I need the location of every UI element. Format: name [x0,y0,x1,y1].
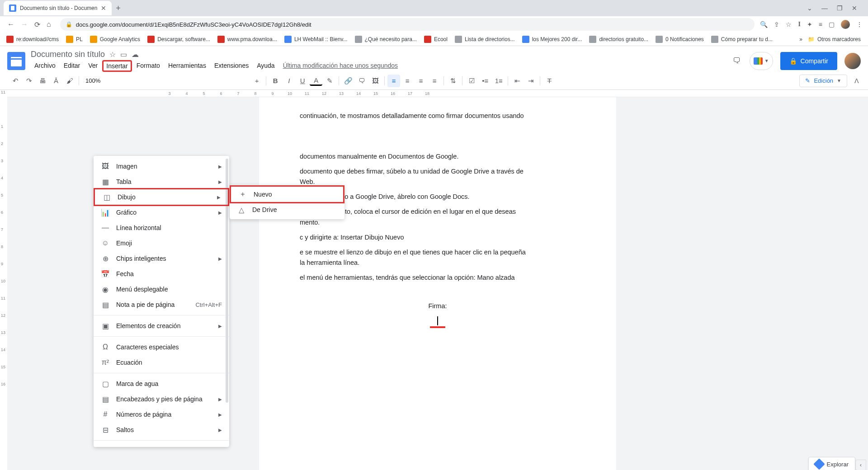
bookmark-item[interactable]: 0 Notificaciones [653,34,707,45]
zoom-icon[interactable]: 🔍 [760,21,768,28]
redo-icon[interactable]: ↷ [23,75,35,87]
explore-button[interactable]: Explorar [808,457,855,470]
highlight-icon[interactable]: ✎ [323,75,336,87]
url-field[interactable]: 🔒 docs.google.com/document/d/1ExqiB5nE8d… [60,18,755,31]
italic-icon[interactable]: I [283,75,295,87]
indent-decrease-icon[interactable]: ⇤ [511,75,524,87]
collapse-toolbar-icon[interactable]: ᐱ [854,77,859,85]
star-doc-icon[interactable]: ☆ [109,50,116,59]
reader-icon[interactable]: I [798,21,800,28]
user-avatar[interactable] [844,53,861,69]
text-color-icon[interactable]: A [310,76,322,86]
cloud-status-icon[interactable]: ☁ [132,50,139,59]
bookmark-item[interactable]: Descargar, software... [145,34,213,45]
side-panel-toggle[interactable]: ‹ [855,460,866,470]
browser-tab[interactable]: Documento sin título - Documen ✕ [4,1,112,15]
indent-increase-icon[interactable]: ⇥ [524,75,537,87]
other-bookmarks-folder[interactable]: 📁Otros marcadores [804,34,864,44]
comment-icon[interactable]: 🗨 [355,75,368,87]
last-modified-link[interactable]: Última modificación hace unos segundos [283,60,398,72]
star-icon[interactable]: ☆ [786,21,792,28]
menu-item-nota[interactable]: ▤Nota a pie de páginaCtrl+Alt+F [94,297,229,312]
menu-item-imagen[interactable]: 🖼Imagen▶ [94,159,229,174]
docs-logo-icon[interactable] [7,52,25,70]
profile-avatar-icon[interactable] [841,20,850,29]
bookmark-item[interactable]: PL [63,34,85,45]
share-url-icon[interactable]: ⇪ [774,21,779,28]
menu-item-dibujo[interactable]: ◫Dibujo▶ [94,188,229,206]
menu-item-enlace[interactable]: 🔗EnlaceCtrl+K [94,443,229,447]
menu-item-chips[interactable]: ⊕Chips inteligentes▶ [94,251,229,266]
more-icon[interactable]: ⋮ [856,21,863,28]
maximize-icon[interactable]: ❐ [837,5,843,12]
checklist-icon[interactable]: ☑ [465,75,478,87]
menu-item-tabla[interactable]: ▦Tabla▶ [94,174,229,189]
tabs-icon[interactable]: ▢ [829,21,835,28]
submenu-item-de-drive[interactable]: △De Drive [230,202,344,217]
comment-history-icon[interactable]: 🗨 [731,56,742,66]
bookmark-item[interactable]: directorios gratuito... [586,34,651,45]
line-spacing-icon[interactable]: ⇅ [447,75,459,87]
menu-herramientas[interactable]: Herramientas [165,60,210,72]
bold-icon[interactable]: B [269,75,282,87]
bookmark-item[interactable]: re:download//cms [4,34,61,45]
close-window-icon[interactable]: ✕ [852,5,857,12]
align-left-icon[interactable]: ≡ [387,75,400,87]
document-title[interactable]: Documento sin título [31,50,105,59]
bookmark-item[interactable]: los Mejores 200 dir... [519,34,585,45]
reload-icon[interactable]: ⟳ [34,20,40,29]
menu-item-grafico[interactable]: 📊Gráfico▶ [94,205,229,220]
clear-format-icon[interactable]: T [543,75,556,87]
tab-close-icon[interactable]: ✕ [101,5,106,12]
menu-formato[interactable]: Formato [133,60,164,72]
spellcheck-icon[interactable]: Ā [50,75,62,87]
menu-item-saltos[interactable]: ⊟Saltos▶ [94,422,229,437]
bookmark-item[interactable]: Lista de directorios... [452,34,518,45]
forward-icon[interactable]: → [21,20,28,29]
menu-item-encabezados[interactable]: ▤Encabezados y pies de página▶ [94,391,229,407]
align-center-icon[interactable]: ≡ [401,75,414,87]
align-justify-icon[interactable]: ≡ [428,75,441,87]
bookmarks-overflow-icon[interactable]: » [799,36,802,42]
undo-icon[interactable]: ↶ [9,75,22,87]
chevron-down-icon[interactable]: ⌄ [807,5,812,12]
paint-format-icon[interactable]: 🖌 [63,75,76,87]
menu-item-desplegable[interactable]: ◉Menú desplegable [94,282,229,297]
menu-archivo[interactable]: Archivo [31,60,59,72]
link-icon[interactable]: 🔗 [342,75,354,87]
move-doc-icon[interactable]: ▭ [120,50,127,59]
back-icon[interactable]: ← [7,20,14,29]
zoom-select[interactable]: 100% [82,77,104,84]
share-button[interactable]: 🔒 Compartir [780,52,837,70]
meet-button[interactable]: ▼ [750,52,773,70]
menu-ayuda[interactable]: Ayuda [253,60,278,72]
home-icon[interactable]: ⌂ [47,20,51,29]
edit-mode-select[interactable]: ✎ Edición ▼ [799,75,847,87]
menu-insertar[interactable]: Insertar [102,60,132,72]
panel-icon[interactable]: ≡ [819,21,822,28]
bookmark-item[interactable]: Ecool [421,34,450,45]
menu-item-emoji[interactable]: ☺Emoji [94,235,229,251]
new-tab-button[interactable]: + [112,2,124,14]
submenu-item-nuevo[interactable]: +Nuevo [230,185,344,203]
bookmark-item[interactable]: LH WebMail :: Bienv... [282,34,350,45]
bookmark-item[interactable]: www.pma.downloa... [215,34,280,45]
menu-editar[interactable]: Editar [60,60,84,72]
menu-item-marca[interactable]: ▢Marca de agua [94,376,229,391]
print-icon[interactable]: 🖶 [36,75,49,87]
bookmark-item[interactable]: ¿Qué necesito para... [352,34,420,45]
image-icon[interactable]: 🖼 [369,75,382,87]
bookmark-item[interactable]: Cómo preparar tu d... [708,34,775,45]
extensions-icon[interactable]: ✦ [807,21,812,28]
minimize-icon[interactable]: — [821,5,828,12]
menu-extensiones[interactable]: Extensiones [211,60,252,72]
menu-ver[interactable]: Ver [85,60,101,72]
menu-item-fecha[interactable]: 📅Fecha [94,266,229,282]
menu-item-elementos[interactable]: ▣Elementos de creación▶ [94,318,229,334]
menu-item-linea[interactable]: —Línea horizontal [94,220,229,235]
menu-item-numeros[interactable]: #Números de página▶ [94,407,229,422]
bullet-list-icon[interactable]: •≡ [479,75,491,87]
document-page[interactable]: continuación, te mostramos detalladament… [259,97,616,470]
underline-icon[interactable]: U [296,75,309,87]
add-icon[interactable]: + [250,75,263,87]
